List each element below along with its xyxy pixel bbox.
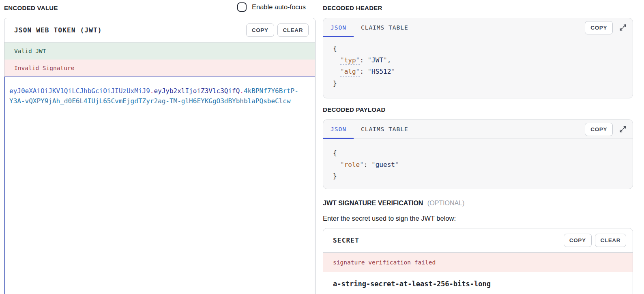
token-payload-part: eyJyb2xlIjoiZ3Vlc3QifQ [154, 87, 240, 95]
token-separator: . [240, 87, 244, 95]
invalid-signature-banner: Invalid Signature [4, 60, 315, 77]
tab-claims-table[interactable]: CLAIMS TABLE [354, 18, 416, 37]
decoded-header-panel: JSON CLAIMS TABLE COPY { "typ": "JWT", "… [323, 18, 633, 98]
copy-header-button[interactable]: COPY [585, 21, 613, 34]
auto-focus-control[interactable]: Enable auto-focus [237, 2, 306, 12]
jwt-token-input[interactable]: eyJ0eXAiOiJKV1QiLCJhbGciOiJIUzUxMiJ9.eyJ… [4, 77, 315, 294]
decoded-payload-title: DECODED PAYLOAD [323, 106, 386, 113]
token-header-part: eyJ0eXAiOiJKV1QiLCJhbGciOiJIUzUxMiJ9 [9, 87, 150, 95]
payload-json-view[interactable]: { "role": "guest" } [323, 139, 633, 188]
header-json-view[interactable]: { "typ": "JWT", "alg": "HS512" } [323, 37, 633, 95]
jwt-card-header: JSON WEB TOKEN (JWT) COPY CLEAR [4, 18, 315, 43]
payload-claim-role: "role": "guest" [333, 159, 623, 171]
header-claim-alg: "alg": "HS512" [333, 66, 623, 78]
valid-jwt-banner: Valid JWT [4, 43, 315, 60]
expand-icon[interactable] [619, 125, 627, 133]
copy-payload-button[interactable]: COPY [585, 123, 613, 136]
signature-verification-description: Enter the secret used to sign the JWT be… [323, 215, 456, 222]
jwt-card-title: JSON WEB TOKEN (JWT) [14, 26, 102, 34]
signature-failed-banner: signature verification failed [323, 253, 633, 272]
encoded-value-title: ENCODED VALUE [4, 4, 58, 11]
jwt-token-card: JSON WEB TOKEN (JWT) COPY CLEAR Valid JW… [4, 18, 316, 294]
secret-input[interactable]: a-string-secret-at-least-256-bits-long [323, 272, 633, 294]
tab-json[interactable]: JSON [323, 120, 354, 138]
secret-card-header: SECRET COPY CLEAR [323, 228, 633, 253]
tab-json[interactable]: JSON [323, 18, 354, 37]
header-claim-typ: "typ": "JWT", [333, 55, 623, 66]
auto-focus-label: Enable auto-focus [252, 3, 306, 11]
copy-secret-button[interactable]: COPY [564, 234, 592, 247]
optional-label: (OPTIONAL) [427, 200, 465, 207]
tab-claims-table[interactable]: CLAIMS TABLE [354, 120, 416, 138]
expand-icon[interactable] [619, 23, 627, 32]
token-separator: . [150, 87, 154, 95]
signature-verification-heading: JWT SIGNATURE VERIFICATION (OPTIONAL) [323, 200, 464, 207]
secret-card-title: SECRET [333, 236, 359, 244]
decoded-payload-panel: JSON CLAIMS TABLE COPY { "role": "guest"… [323, 119, 633, 189]
copy-token-button[interactable]: COPY [246, 23, 274, 37]
decoded-header-tabbar: JSON CLAIMS TABLE COPY [323, 18, 633, 37]
auto-focus-checkbox[interactable] [237, 2, 247, 12]
clear-secret-button[interactable]: CLEAR [595, 234, 627, 247]
clear-token-button[interactable]: CLEAR [277, 23, 309, 37]
decoded-payload-tabbar: JSON CLAIMS TABLE COPY [323, 120, 633, 139]
secret-card: SECRET COPY CLEAR signature verification… [323, 228, 633, 294]
decoded-header-title: DECODED HEADER [323, 4, 382, 11]
signature-verification-title: JWT SIGNATURE VERIFICATION [323, 200, 423, 207]
